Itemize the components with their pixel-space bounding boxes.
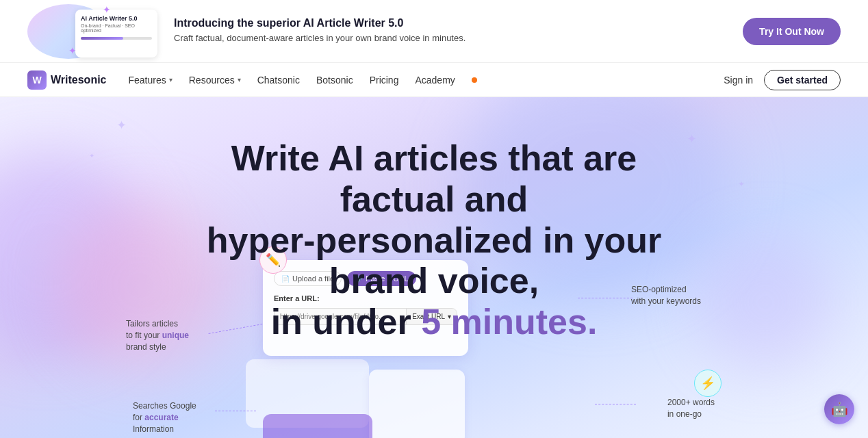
lightning-icon-badge: ⚡ — [694, 370, 722, 397]
logo-text: Writesonic — [51, 74, 107, 86]
nav-item-pricing[interactable]: Pricing — [370, 75, 399, 86]
nav-item-academy[interactable]: Academy — [415, 75, 455, 86]
chat-icon: 🤖 — [831, 401, 848, 417]
nav-actions: Sign in Get started — [724, 70, 841, 90]
logo-icon: W — [27, 70, 47, 90]
nav-item-chatsonic[interactable]: Chatsonic — [257, 75, 300, 86]
banner-card-subtitle: On-brand · Factual · SEO optimized — [81, 23, 152, 33]
dashed-line-searches — [215, 411, 256, 411]
banner-cta-button[interactable]: Try It Out Now — [743, 18, 841, 45]
logo-link[interactable]: W Writesonic — [27, 70, 107, 90]
hero-section: ✦ ✦ ✦ ✦ Write AI articles that are factu… — [0, 97, 868, 438]
sign-in-link[interactable]: Sign in — [724, 75, 753, 86]
hero-content: Write AI articles that are factual and h… — [0, 97, 868, 343]
lightning-icon: ⚡ — [700, 376, 715, 391]
navbar: W Writesonic Features ▾ Resources ▾ Chat… — [0, 63, 868, 97]
dashed-line-words — [595, 404, 636, 404]
chevron-down-icon: ▾ — [238, 76, 241, 83]
banner-subtext: Craft factual, document-aware articles i… — [174, 32, 726, 44]
top-banner: AI Article Writer 5.0 On-brand · Factual… — [0, 0, 868, 63]
get-started-button[interactable]: Get started — [764, 70, 841, 90]
nav-links: Features ▾ Resources ▾ Chatsonic Botsoni… — [129, 75, 702, 86]
nav-notification-dot — [472, 77, 477, 83]
nav-item-resources[interactable]: Resources ▾ — [189, 75, 241, 86]
demo-card-tertiary — [369, 370, 465, 438]
chevron-down-icon: ▾ — [169, 76, 173, 83]
banner-card-bar — [81, 37, 152, 40]
sparkle-icon-2: ✦ — [68, 45, 77, 56]
banner-text-block: Introducing the superior AI Article Writ… — [174, 17, 726, 44]
nav-item-botsonic[interactable]: Botsonic — [316, 75, 353, 86]
banner-headline: Introducing the superior AI Article Writ… — [174, 17, 726, 29]
hero-title: Write AI articles that are factual and h… — [174, 138, 694, 343]
sparkle-icon-1: ✦ — [103, 4, 111, 15]
banner-visual: AI Article Writer 5.0 On-brand · Factual… — [27, 4, 157, 59]
banner-card-title: AI Article Writer 5.0 — [81, 15, 152, 23]
chat-button[interactable]: 🤖 — [824, 394, 854, 424]
demo-card-purple — [263, 414, 372, 438]
annotation-words: 2000+ words in one-go — [667, 397, 715, 420]
annotation-searches: Searches Google for accurate Information — [133, 400, 196, 435]
banner-card: AI Article Writer 5.0 On-brand · Factual… — [75, 10, 157, 57]
banner-card-bar-fill — [81, 37, 123, 40]
nav-item-features[interactable]: Features ▾ — [129, 75, 173, 86]
